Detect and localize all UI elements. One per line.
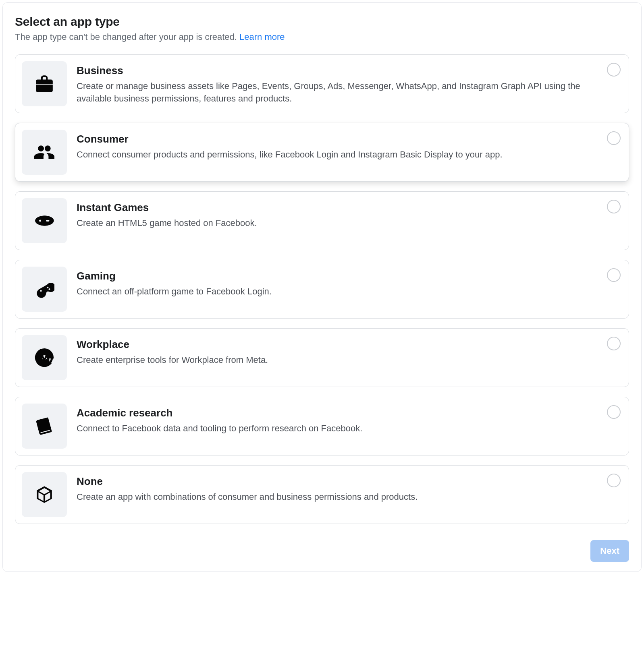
book-icon bbox=[22, 404, 67, 449]
option-title: Consumer bbox=[77, 133, 597, 145]
app-type-panel: Select an app type The app type can't be… bbox=[2, 2, 642, 572]
briefcase-icon bbox=[22, 61, 67, 106]
option-title: None bbox=[77, 475, 597, 488]
people-icon bbox=[22, 130, 67, 175]
page-subtitle: The app type can't be changed after your… bbox=[15, 32, 629, 42]
gamepad-icon bbox=[22, 198, 67, 243]
option-desc: Create enterprise tools for Workplace fr… bbox=[77, 354, 597, 366]
option-text: BusinessCreate or manage business assets… bbox=[77, 61, 597, 105]
option-desc: Connect consumer products and permission… bbox=[77, 149, 597, 161]
option-desc: Connect an off-platform game to Facebook… bbox=[77, 286, 597, 298]
option-radio[interactable] bbox=[607, 405, 621, 419]
option-radio[interactable] bbox=[607, 268, 621, 282]
option-title: Business bbox=[77, 64, 597, 77]
option-text: WorkplaceCreate enterprise tools for Wor… bbox=[77, 335, 597, 366]
option-workplace[interactable]: WorkplaceCreate enterprise tools for Wor… bbox=[15, 328, 629, 387]
option-title: Gaming bbox=[77, 270, 597, 282]
option-radio[interactable] bbox=[607, 131, 621, 145]
option-text: Academic researchConnect to Facebook dat… bbox=[77, 404, 597, 435]
option-radio[interactable] bbox=[607, 200, 621, 213]
option-title: Academic research bbox=[77, 407, 597, 419]
option-title: Instant Games bbox=[77, 201, 597, 214]
footer: Next bbox=[15, 540, 629, 562]
option-academic[interactable]: Academic researchConnect to Facebook dat… bbox=[15, 397, 629, 456]
option-radio[interactable] bbox=[607, 63, 621, 77]
workplace-icon bbox=[22, 335, 67, 380]
option-consumer[interactable]: ConsumerConnect consumer products and pe… bbox=[15, 123, 629, 182]
learn-more-link[interactable]: Learn more bbox=[239, 32, 285, 42]
option-radio[interactable] bbox=[607, 474, 621, 487]
next-button[interactable]: Next bbox=[590, 540, 629, 562]
option-desc: Create an HTML5 game hosted on Facebook. bbox=[77, 217, 597, 230]
option-title: Workplace bbox=[77, 338, 597, 351]
option-desc: Create an app with combinations of consu… bbox=[77, 491, 597, 503]
option-gaming[interactable]: GamingConnect an off-platform game to Fa… bbox=[15, 260, 629, 319]
option-text: Instant GamesCreate an HTML5 game hosted… bbox=[77, 198, 597, 230]
subtitle-text: The app type can't be changed after your… bbox=[15, 32, 239, 42]
option-text: GamingConnect an off-platform game to Fa… bbox=[77, 267, 597, 298]
option-text: NoneCreate an app with combinations of c… bbox=[77, 472, 597, 503]
option-text: ConsumerConnect consumer products and pe… bbox=[77, 130, 597, 161]
option-none[interactable]: NoneCreate an app with combinations of c… bbox=[15, 465, 629, 524]
option-radio[interactable] bbox=[607, 337, 621, 350]
options-list: BusinessCreate or manage business assets… bbox=[15, 54, 629, 524]
option-desc: Create or manage business assets like Pa… bbox=[77, 80, 597, 105]
option-instant-games[interactable]: Instant GamesCreate an HTML5 game hosted… bbox=[15, 191, 629, 250]
gamepad2-icon bbox=[22, 267, 67, 312]
page-title: Select an app type bbox=[15, 15, 629, 29]
cube-icon bbox=[22, 472, 67, 517]
option-desc: Connect to Facebook data and tooling to … bbox=[77, 422, 597, 435]
option-business[interactable]: BusinessCreate or manage business assets… bbox=[15, 54, 629, 113]
